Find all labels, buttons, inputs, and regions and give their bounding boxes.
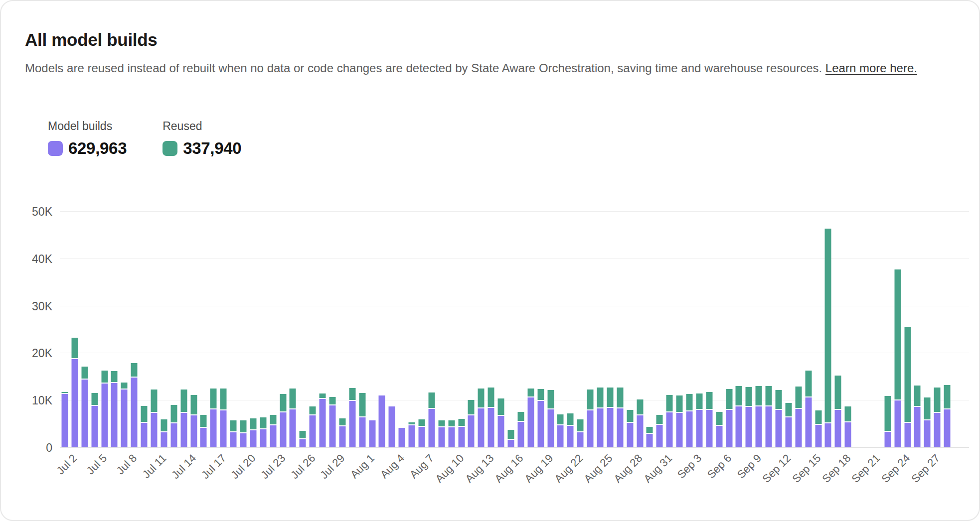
reused-segment[interactable] bbox=[706, 392, 712, 409]
model-builds-segment[interactable] bbox=[597, 408, 603, 447]
bar-sep-9[interactable] bbox=[746, 387, 752, 447]
bar-aug-24[interactable] bbox=[587, 390, 594, 447]
model-builds-segment[interactable] bbox=[805, 397, 812, 447]
reused-segment[interactable] bbox=[448, 420, 455, 426]
model-builds-segment[interactable] bbox=[230, 432, 237, 447]
bar-sep-10[interactable] bbox=[756, 386, 762, 447]
model-builds-segment[interactable] bbox=[200, 428, 207, 447]
model-builds-segment[interactable] bbox=[151, 413, 157, 447]
bar-jul-30[interactable] bbox=[339, 418, 345, 447]
bar-jul-24[interactable] bbox=[280, 394, 286, 447]
model-builds-segment[interactable] bbox=[349, 401, 355, 447]
model-builds-segment[interactable] bbox=[944, 409, 951, 447]
bar-aug-7[interactable] bbox=[418, 419, 425, 447]
reused-segment[interactable] bbox=[775, 390, 782, 409]
reused-segment[interactable] bbox=[170, 405, 177, 422]
bar-sep-8[interactable] bbox=[736, 386, 742, 447]
model-builds-segment[interactable] bbox=[716, 426, 722, 447]
bar-aug-28[interactable] bbox=[627, 410, 633, 447]
reused-segment[interactable] bbox=[637, 399, 643, 414]
reused-segment[interactable] bbox=[300, 431, 306, 438]
reused-segment[interactable] bbox=[458, 419, 465, 426]
reused-segment[interactable] bbox=[478, 389, 485, 407]
bar-aug-1[interactable] bbox=[359, 393, 365, 447]
bar-jul-16[interactable] bbox=[200, 415, 207, 447]
reused-segment[interactable] bbox=[359, 393, 365, 416]
reused-segment[interactable] bbox=[81, 367, 88, 379]
reused-segment[interactable] bbox=[547, 390, 554, 408]
bar-aug-31[interactable] bbox=[656, 415, 663, 447]
model-builds-segment[interactable] bbox=[300, 439, 306, 447]
model-builds-segment[interactable] bbox=[706, 410, 712, 447]
reused-segment[interactable] bbox=[260, 417, 266, 428]
model-builds-segment[interactable] bbox=[547, 409, 554, 447]
bar-jul-21[interactable] bbox=[250, 418, 256, 447]
bar-sep-16[interactable] bbox=[815, 410, 821, 447]
reused-segment[interactable] bbox=[468, 400, 475, 414]
bar-aug-29[interactable] bbox=[637, 399, 643, 447]
bar-aug-6[interactable] bbox=[409, 422, 415, 447]
model-builds-segment[interactable] bbox=[389, 406, 395, 447]
reused-segment[interactable] bbox=[180, 390, 187, 412]
model-builds-segment[interactable] bbox=[170, 423, 177, 447]
bar-jul-31[interactable] bbox=[349, 388, 355, 447]
model-builds-segment[interactable] bbox=[111, 383, 118, 447]
bar-jul-5[interactable] bbox=[91, 393, 98, 447]
reused-segment[interactable] bbox=[696, 393, 702, 409]
reused-segment[interactable] bbox=[190, 395, 197, 414]
reused-segment[interactable] bbox=[210, 389, 217, 408]
bar-aug-19[interactable] bbox=[537, 389, 544, 447]
model-builds-segment[interactable] bbox=[924, 420, 931, 447]
reused-segment[interactable] bbox=[220, 389, 227, 409]
bar-sep-23[interactable] bbox=[884, 396, 891, 447]
bar-sep-25[interactable] bbox=[904, 327, 911, 447]
model-builds-segment[interactable] bbox=[666, 412, 673, 447]
bar-sep-28[interactable] bbox=[934, 388, 941, 447]
reused-segment[interactable] bbox=[924, 397, 931, 419]
bar-aug-5[interactable] bbox=[399, 428, 405, 447]
reused-segment[interactable] bbox=[111, 371, 118, 382]
model-builds-segment[interactable] bbox=[409, 425, 415, 447]
reused-segment[interactable] bbox=[785, 403, 792, 416]
model-builds-segment[interactable] bbox=[527, 397, 534, 447]
reused-segment[interactable] bbox=[517, 412, 524, 421]
model-builds-segment[interactable] bbox=[934, 413, 941, 447]
model-builds-segment[interactable] bbox=[775, 410, 782, 447]
reused-segment[interactable] bbox=[835, 376, 841, 409]
model-builds-segment[interactable] bbox=[101, 384, 108, 447]
reused-segment[interactable] bbox=[161, 419, 167, 431]
model-builds-segment[interactable] bbox=[280, 412, 286, 447]
bar-aug-14[interactable] bbox=[488, 388, 494, 447]
model-builds-segment[interactable] bbox=[71, 359, 78, 447]
reused-segment[interactable] bbox=[141, 406, 148, 421]
model-builds-segment[interactable] bbox=[627, 423, 633, 447]
reused-segment[interactable] bbox=[627, 410, 633, 422]
reused-segment[interactable] bbox=[527, 389, 534, 396]
model-builds-segment[interactable] bbox=[835, 410, 841, 447]
reused-segment[interactable] bbox=[825, 229, 831, 422]
reused-segment[interactable] bbox=[507, 430, 514, 439]
bar-jul-10[interactable] bbox=[141, 406, 148, 447]
model-builds-segment[interactable] bbox=[161, 432, 167, 447]
bar-aug-27[interactable] bbox=[617, 388, 623, 447]
reused-segment[interactable] bbox=[339, 418, 345, 425]
bar-aug-18[interactable] bbox=[527, 389, 534, 447]
reused-segment[interactable] bbox=[766, 386, 772, 406]
bar-jul-17[interactable] bbox=[210, 389, 217, 447]
reused-segment[interactable] bbox=[666, 395, 673, 411]
model-builds-segment[interactable] bbox=[795, 409, 802, 447]
reused-segment[interactable] bbox=[428, 392, 435, 408]
model-builds-segment[interactable] bbox=[438, 427, 445, 447]
model-builds-segment[interactable] bbox=[418, 427, 425, 447]
bar-aug-4[interactable] bbox=[389, 406, 395, 447]
model-builds-segment[interactable] bbox=[656, 425, 663, 447]
bar-sep-3[interactable] bbox=[686, 394, 692, 447]
bar-jul-7[interactable] bbox=[111, 371, 118, 447]
reused-segment[interactable] bbox=[310, 406, 316, 414]
bar-aug-17[interactable] bbox=[517, 412, 524, 447]
model-builds-segment[interactable] bbox=[468, 415, 475, 447]
model-builds-segment[interactable] bbox=[240, 433, 246, 447]
reused-segment[interactable] bbox=[438, 420, 445, 426]
model-builds-segment[interactable] bbox=[81, 380, 88, 448]
bar-jul-22[interactable] bbox=[260, 417, 266, 447]
